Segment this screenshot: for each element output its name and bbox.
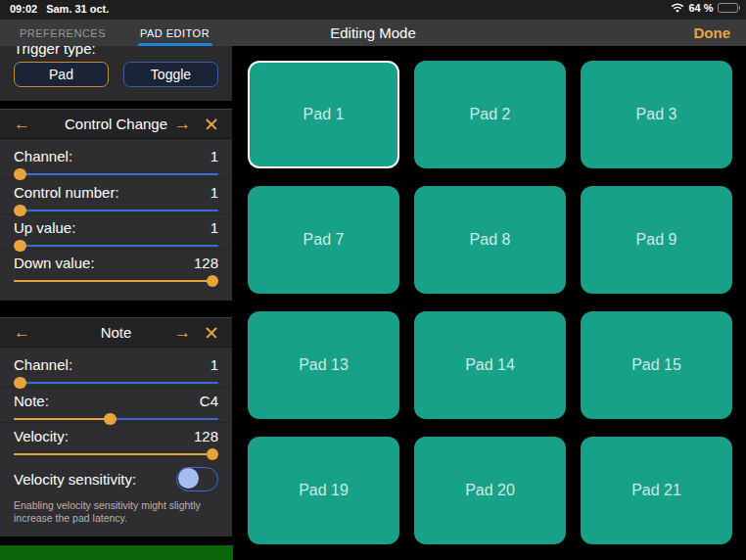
trigger-pad-button[interactable]: Pad xyxy=(14,62,109,87)
slider-thumb[interactable] xyxy=(14,377,26,390)
slider-value: C4 xyxy=(200,393,218,409)
done-button[interactable]: Done xyxy=(694,20,731,46)
velocity-sensitivity-row: Velocity sensitivity: xyxy=(0,457,232,492)
toggle-knob xyxy=(178,468,199,489)
tab-pad-editor[interactable]: PAD EDITOR xyxy=(127,20,222,46)
pad-button[interactable]: Pad 21 xyxy=(581,437,732,544)
wifi-icon xyxy=(671,3,684,14)
slider-value: 1 xyxy=(210,356,218,373)
pad-button[interactable]: Pad 13 xyxy=(248,311,399,419)
status-bar: 09:02 Sam. 31 oct. 64 % xyxy=(0,0,746,20)
slider[interactable] xyxy=(14,376,218,389)
pad-button[interactable]: Pad 14 xyxy=(414,311,566,419)
slider-label: Channel: xyxy=(14,148,72,164)
slider-thumb[interactable] xyxy=(207,275,219,288)
pad-button[interactable]: Pad 8 xyxy=(414,186,566,294)
slider-value: 128 xyxy=(194,428,218,444)
close-section-icon[interactable] xyxy=(205,326,218,340)
slider[interactable] xyxy=(14,204,218,216)
slider-row: Channel:1 xyxy=(0,143,232,178)
prev-section-arrow[interactable]: ← xyxy=(14,116,30,132)
pad-button[interactable]: Pad 9 xyxy=(581,186,732,294)
trigger-type-section: Trigger type: Pad Toggle xyxy=(0,46,232,101)
section-title: Note xyxy=(0,324,232,341)
pad-button[interactable]: Pad 1 xyxy=(248,61,399,168)
slider-thumb[interactable] xyxy=(207,448,219,461)
prev-section-arrow[interactable]: ← xyxy=(14,324,30,341)
slider-value: 1 xyxy=(210,184,218,201)
app-screen: 09:02 Sam. 31 oct. 64 % Editing Mode PRE… xyxy=(0,0,746,560)
pad-button[interactable]: Pad 20 xyxy=(414,437,566,544)
slider[interactable] xyxy=(14,447,218,460)
battery-percent: 64 % xyxy=(688,2,713,14)
trigger-type-label: Trigger type: xyxy=(14,46,218,58)
battery-icon xyxy=(718,3,741,13)
velocity-sensitivity-toggle[interactable] xyxy=(176,467,218,491)
slider[interactable] xyxy=(14,167,218,180)
control-change-section: Control Change ← → Channel:1Control numb… xyxy=(0,109,232,301)
slider-thumb[interactable] xyxy=(14,240,26,253)
slider[interactable] xyxy=(14,412,218,425)
velocity-sensitivity-label: Velocity sensitivity: xyxy=(14,471,136,488)
slider-row: Note:C4 xyxy=(0,387,232,422)
control-change-header: Control Change ← → xyxy=(0,109,232,139)
close-section-icon[interactable] xyxy=(205,117,218,131)
sidebar: Trigger type: Pad Toggle Control Change … xyxy=(0,46,232,537)
nav-bar: Editing Mode PREFERENCES PAD EDITOR Done xyxy=(0,20,746,46)
slider-label: Down value: xyxy=(14,255,95,271)
slider-label: Velocity: xyxy=(14,428,69,444)
section-title: Control Change xyxy=(0,116,232,132)
slider-label: Control number: xyxy=(14,184,119,201)
slider-label: Channel: xyxy=(14,356,72,373)
slider-value: 128 xyxy=(194,255,218,271)
slider-label: Note: xyxy=(14,393,49,409)
pad-button[interactable]: Pad 2 xyxy=(414,61,566,168)
next-section-arrow[interactable]: → xyxy=(174,324,191,341)
trigger-toggle-button[interactable]: Toggle xyxy=(123,62,218,87)
pad-button[interactable]: Pad 15 xyxy=(581,311,732,419)
status-time: 09:02 xyxy=(10,3,37,15)
slider-row: Channel:1 xyxy=(0,351,232,387)
slider-row: Down value:128 xyxy=(0,249,232,284)
note-rows: Channel:1Note:C4Velocity:128Velocity sen… xyxy=(0,348,232,537)
slider-thumb[interactable] xyxy=(14,205,26,217)
slider-label: Up value: xyxy=(14,219,75,236)
pad-button[interactable]: Pad 19 xyxy=(248,437,399,544)
velocity-footnote: Enabling velocity sensitivity might slig… xyxy=(0,492,232,525)
tab-preferences[interactable]: PREFERENCES xyxy=(10,20,116,46)
tab-bar: PREFERENCES PAD EDITOR xyxy=(0,20,232,46)
pad-button[interactable]: Pad 3 xyxy=(581,61,732,168)
slider-value: 1 xyxy=(210,219,218,236)
note-section: Note ← → Channel:1Note:C4Velocity:128Vel… xyxy=(0,317,232,537)
slider-row: Up value:1 xyxy=(0,213,232,249)
note-header: Note ← → xyxy=(0,317,232,348)
slider-row: Control number:1 xyxy=(0,178,232,213)
slider-row: Velocity:128 xyxy=(0,422,232,457)
status-date: Sam. 31 oct. xyxy=(46,3,109,15)
bottom-green-bar xyxy=(0,545,233,560)
slider[interactable] xyxy=(14,274,218,287)
control-change-rows: Channel:1Control number:1Up value:1Down … xyxy=(0,139,232,301)
slider-thumb[interactable] xyxy=(14,168,26,181)
slider-value: 1 xyxy=(210,148,218,164)
pad-button[interactable]: Pad 7 xyxy=(248,186,399,294)
next-section-arrow[interactable]: → xyxy=(174,116,191,132)
slider[interactable] xyxy=(14,239,218,252)
pad-grid: Pad 1Pad 2Pad 3Pad 7Pad 8Pad 9Pad 13Pad … xyxy=(248,61,732,544)
slider-thumb[interactable] xyxy=(104,413,117,426)
